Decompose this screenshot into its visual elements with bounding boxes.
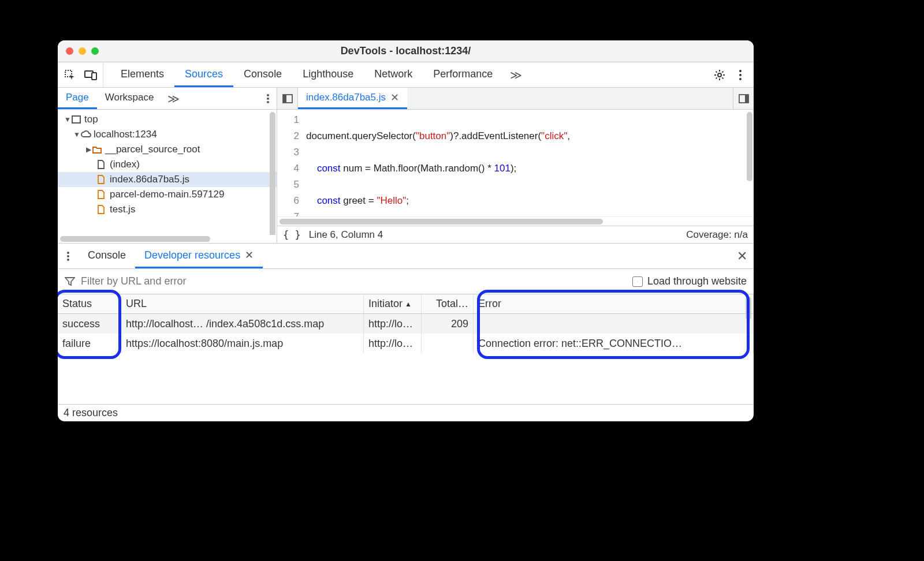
svg-rect-12 — [283, 95, 286, 103]
code-editor[interactable]: 1234567 document.querySelector("button")… — [277, 110, 754, 216]
nav-tab-workspace[interactable]: Workspace — [97, 88, 162, 109]
drawer-tab-label: Developer resources — [144, 249, 240, 261]
cell-initiator: http://lo… — [364, 314, 422, 334]
tab-performance[interactable]: Performance — [423, 62, 503, 87]
file-icon — [97, 160, 110, 169]
drawer-tab-developer-resources[interactable]: Developer resources ✕ — [135, 244, 263, 268]
svg-point-6 — [739, 78, 742, 80]
tree-folder[interactable]: ▶ __parcel_source_root — [58, 142, 277, 157]
js-file-icon — [97, 205, 110, 214]
cell-status: success — [58, 314, 121, 334]
svg-rect-14 — [745, 95, 748, 103]
expand-icon: ▼ — [64, 115, 72, 124]
settings-gear-icon[interactable] — [712, 68, 727, 83]
svg-point-15 — [67, 252, 69, 254]
tab-elements[interactable]: Elements — [110, 62, 174, 87]
col-initiator[interactable]: Initiator▲ — [364, 294, 422, 313]
close-tab-icon[interactable]: ✕ — [390, 91, 399, 104]
tree-label: localhost:1234 — [94, 129, 157, 140]
tree-label: top — [84, 114, 98, 125]
drawer-tabs: Console Developer resources ✕ ✕ — [58, 244, 754, 269]
editor-panel: index.86da7ba5.js ✕ 1234567 document.que… — [277, 88, 754, 243]
filter-row: Load through website — [58, 269, 754, 294]
tab-console[interactable]: Console — [233, 62, 292, 87]
tree-top[interactable]: ▼ top — [58, 112, 277, 127]
cell-status: failure — [58, 334, 121, 353]
resources-footer: 4 resources — [58, 404, 754, 421]
filter-input[interactable] — [81, 275, 627, 287]
nav-kebab-icon[interactable] — [259, 88, 277, 109]
col-total[interactable]: Total… — [422, 294, 474, 313]
table-row[interactable]: success http://localhost… /index.4a508c1… — [58, 314, 754, 334]
load-through-website-input[interactable] — [632, 276, 643, 287]
content-area: Page Workspace ≫ ▼ top ▼ — [58, 88, 754, 421]
svg-rect-2 — [92, 73, 96, 80]
navigator-tabs: Page Workspace ≫ — [58, 88, 277, 110]
close-tab-icon[interactable]: ✕ — [245, 249, 254, 261]
main-toolbar: Elements Sources Console Lighthouse Netw… — [58, 62, 754, 88]
svg-point-16 — [67, 255, 69, 257]
code-content[interactable]: document.querySelector("button")?.addEve… — [306, 110, 754, 216]
devtools-window: DevTools - localhost:1234/ Elements Sour… — [58, 40, 754, 421]
table-scrollbar-vertical[interactable] — [746, 297, 751, 320]
traffic-lights — [66, 47, 99, 55]
cursor-position: Line 6, Column 4 — [309, 229, 383, 241]
editor-tab[interactable]: index.86da7ba5.js ✕ — [298, 88, 407, 109]
editor-tabs: index.86da7ba5.js ✕ — [277, 88, 754, 110]
resources-table: Status URL Initiator▲ Total… Error succe… — [58, 294, 754, 404]
cell-url: https://localhost:8080/main.js.map — [121, 334, 364, 353]
drawer-kebab-icon[interactable] — [58, 244, 79, 268]
load-through-website-checkbox[interactable]: Load through website — [632, 275, 747, 287]
show-debugger-icon[interactable] — [733, 88, 754, 109]
drawer-close-icon[interactable]: ✕ — [731, 244, 754, 268]
tree-file-selected[interactable]: index.86da7ba5.js — [58, 172, 277, 187]
minimize-window-button[interactable] — [79, 47, 86, 55]
tab-network[interactable]: Network — [364, 62, 423, 87]
toolbar-left — [58, 62, 103, 87]
close-window-button[interactable] — [66, 47, 73, 55]
expand-icon: ▶ — [84, 145, 92, 154]
svg-point-7 — [267, 94, 269, 96]
col-url[interactable]: URL — [121, 294, 364, 313]
pretty-print-icon[interactable]: { } — [283, 229, 301, 241]
filter-icon — [65, 277, 75, 286]
nav-overflow-icon[interactable]: ≫ — [162, 88, 259, 109]
tree-file[interactable]: parcel-demo-main.597129 — [58, 187, 277, 202]
tree-label: parcel-demo-main.597129 — [110, 189, 224, 200]
tab-lighthouse[interactable]: Lighthouse — [292, 62, 364, 87]
cell-total — [422, 334, 474, 353]
drawer-tab-console[interactable]: Console — [79, 244, 135, 268]
col-error[interactable]: Error — [474, 294, 754, 313]
tree-label: (index) — [110, 159, 140, 170]
sources-area: Page Workspace ≫ ▼ top ▼ — [58, 88, 754, 244]
tab-sources[interactable]: Sources — [174, 62, 233, 87]
cell-error: Connection error: net::ERR_CONNECTIO… — [474, 334, 754, 353]
code-scrollbar-horizontal[interactable] — [277, 216, 754, 226]
folder-icon — [92, 145, 105, 154]
tree-scrollbar-horizontal[interactable] — [58, 235, 277, 243]
col-status[interactable]: Status — [58, 294, 121, 313]
code-scrollbar-vertical[interactable] — [747, 112, 752, 181]
titlebar: DevTools - localhost:1234/ — [58, 40, 754, 62]
tree-scrollbar-vertical[interactable] — [270, 112, 275, 235]
device-toolbar-icon[interactable] — [83, 68, 98, 83]
window-title: DevTools - localhost:1234/ — [58, 45, 754, 57]
tree-file[interactable]: test.js — [58, 202, 277, 217]
inspect-element-icon[interactable] — [62, 68, 77, 83]
navigator-panel: Page Workspace ≫ ▼ top ▼ — [58, 88, 277, 243]
tree-label: __parcel_source_root — [105, 144, 200, 155]
maximize-window-button[interactable] — [91, 47, 99, 55]
tree-label: index.86da7ba5.js — [110, 174, 189, 185]
tabs-overflow-icon[interactable]: ≫ — [503, 62, 529, 87]
table-row[interactable]: failure https://localhost:8080/main.js.m… — [58, 334, 754, 353]
nav-tab-page[interactable]: Page — [58, 88, 97, 109]
tree-host[interactable]: ▼ localhost:1234 — [58, 127, 277, 142]
tree-file[interactable]: (index) — [58, 157, 277, 172]
file-tree[interactable]: ▼ top ▼ localhost:1234 ▶ __parcel_source… — [58, 110, 277, 235]
cloud-icon — [81, 130, 94, 139]
tree-label: test.js — [110, 204, 135, 215]
svg-point-17 — [67, 259, 69, 261]
show-navigator-icon[interactable] — [277, 88, 298, 109]
kebab-menu-icon[interactable] — [733, 68, 748, 83]
svg-point-3 — [718, 73, 721, 77]
